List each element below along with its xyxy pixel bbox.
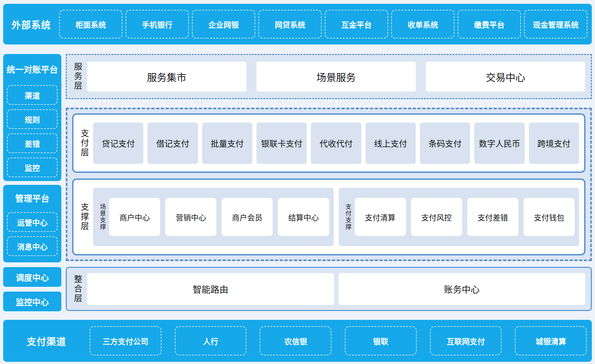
payment-item: 借记支付 [147,123,198,164]
payment-layer-label: 支付层 [77,129,92,158]
support-layer-label: 支撑层 [77,203,92,231]
payment-channels-bar: 支付渠道 三方支付公司人行农信银银联互联网支付城银清算 [3,320,592,362]
external-system-item: 手机银行 [126,10,189,38]
integration-item: 智能路由 [87,273,334,305]
management-platform-block: 管理平台 运管中心消息中心 [3,185,61,262]
service-item: 交易中心 [426,62,585,91]
integration-layer-label: 整合层 [70,275,85,303]
reconciliation-platform-items: 渠道规则差错监控 [7,81,58,177]
payment-channel-item: 互联网支付 [430,326,502,355]
support-item: 商户会员 [222,198,273,236]
payment-channel-item: 银联 [345,326,417,355]
support-layer: 支撑层 场景支撑 商户中心营销中心商户会员结算中心 支付支撑 支付清算支付风控支… [72,179,585,255]
main-content: 服务层 服务集市场景服务交易中心 支付层 贷记支付借记支付批量支付银联卡支付代收… [66,54,592,311]
payment-item: 银联卡支付 [256,123,307,164]
integration-layer-items: 智能路由账务中心 [87,273,585,305]
payment-item: 数字人民币 [474,123,524,164]
payment-channel-item: 人行 [175,326,247,355]
support-item: 支付钱包 [523,198,575,236]
external-system-item: 网贷系统 [258,10,322,38]
reconciliation-platform-title: 统一对账平台 [7,57,58,81]
payment-item: 跨境支付 [529,123,579,164]
external-systems-bar: 外部系统 柜面系统手机银行企业网银网贷系统互金平台收单系统缴费平台现金管理系统 [3,4,592,44]
integration-layer: 整合层 智能路由账务中心 [66,267,592,311]
payment-channel-item: 三方支付公司 [90,326,161,355]
payment-item: 批量支付 [202,123,252,164]
payment-channel-item: 农信银 [260,326,332,355]
service-layer-label: 服务层 [70,62,85,91]
payment-item: 线上支付 [366,123,416,164]
payment-item: 贷记支付 [93,123,143,164]
sidebar-dashed-item: 监控 [7,158,58,177]
scene-support-items: 商户中心营销中心商户会员结算中心 [109,198,329,236]
support-item: 支付差错 [467,198,518,236]
support-item: 营销中心 [165,198,216,236]
external-system-item: 现金管理系统 [524,10,587,38]
payment-item: 条码支付 [420,123,470,164]
architecture-diagram: 外部系统 柜面系统手机银行企业网银网贷系统互金平台收单系统缴费平台现金管理系统 … [0,0,595,364]
sidebar-solid-item: 调度中心 [3,267,61,287]
payment-support-group: 支付支撑 支付清算支付风控支付差错支付钱包 [339,188,579,246]
payment-layer: 支付层 贷记支付借记支付批量支付银联卡支付代收代付线上支付条码支付数字人民币跨境… [72,113,585,173]
service-item: 服务集市 [87,62,246,91]
service-layer-items: 服务集市场景服务交易中心 [87,62,585,91]
core-dashed-container: 支付层 贷记支付借记支付批量支付银联卡支付代收代付线上支付条码支付数字人民币跨境… [66,108,592,261]
sidebar: 统一对账平台 渠道规则差错监控 管理平台 运管中心消息中心 调度中心监控中心 [3,54,61,311]
integration-item: 账务中心 [339,273,585,305]
scene-support-group: 场景支撑 商户中心营销中心商户会员结算中心 [93,188,334,246]
sidebar-dashed-item: 消息中心 [7,236,58,256]
payment-support-label: 支付支撑 [341,204,355,230]
scene-support-label: 场景支撑 [96,204,109,230]
sidebar-dashed-item: 差错 [7,133,58,153]
payment-channels-items: 三方支付公司人行农信银银联互联网支付城银清算 [90,326,587,355]
support-item: 商户中心 [109,198,160,236]
management-platform-title: 管理平台 [7,188,58,208]
sidebar-dashed-item: 渠道 [7,85,58,105]
payment-channel-item: 城银清算 [515,326,587,355]
support-item: 支付风控 [411,198,462,236]
payment-channels-label: 支付渠道 [3,334,90,348]
external-systems-label: 外部系统 [3,17,59,31]
payment-item: 代收代付 [311,123,361,164]
support-layer-groups: 场景支撑 商户中心营销中心商户会员结算中心 支付支撑 支付清算支付风控支付差错支… [93,188,579,246]
external-systems-items: 柜面系统手机银行企业网银网贷系统互金平台收单系统缴费平台现金管理系统 [59,10,587,38]
reconciliation-platform-block: 统一对账平台 渠道规则差错监控 [3,54,61,181]
middle-region: 统一对账平台 渠道规则差错监控 管理平台 运管中心消息中心 调度中心监控中心 服… [3,54,592,311]
management-platform-items: 运管中心消息中心 [7,208,58,256]
external-system-item: 柜面系统 [59,10,122,38]
external-system-item: 缴费平台 [458,10,521,38]
sidebar-solid-item: 监控中心 [3,292,61,311]
sidebar-solid-blocks: 调度中心监控中心 [3,262,61,311]
payment-support-items: 支付清算支付风控支付差错支付钱包 [355,198,575,236]
external-system-item: 互金平台 [325,10,388,38]
payment-layer-items: 贷记支付借记支付批量支付银联卡支付代收代付线上支付条码支付数字人民币跨境支付 [93,123,579,164]
support-item: 结算中心 [278,198,329,236]
service-item: 场景服务 [256,62,416,91]
sidebar-dashed-item: 运管中心 [7,212,58,232]
external-system-item: 企业网银 [192,10,255,38]
external-system-item: 收单系统 [391,10,455,38]
service-layer: 服务层 服务集市场景服务交易中心 [66,54,592,99]
support-item: 支付清算 [355,198,406,236]
sidebar-dashed-item: 规则 [7,109,58,129]
